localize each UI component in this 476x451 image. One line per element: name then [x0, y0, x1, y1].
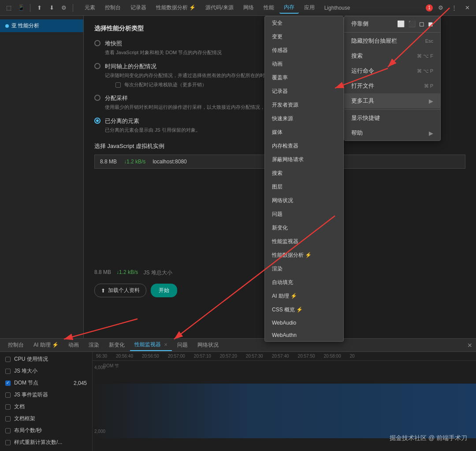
dock-icon-2[interactable]: ⬛ [408, 20, 416, 27]
time-1: 56:30 [96, 354, 107, 359]
help-label: 帮助 [351, 129, 363, 137]
radio-heap-snapshot[interactable] [94, 40, 100, 46]
perf-check-js-listeners[interactable] [5, 392, 11, 398]
sidebar-item-label: 亚 性能分析 [11, 22, 39, 30]
sidebar-item-profile[interactable]: 亚 性能分析 [0, 19, 83, 32]
option-heap-snapshot-text: 堆快照 查看 JavaScript 对象和相关 DOM 节点的内存分配情况 [105, 40, 222, 56]
tool-coverage[interactable]: 覆盖率 [265, 71, 343, 85]
tab-memory[interactable]: 内存 [279, 2, 299, 14]
perf-check-doc-frames[interactable] [5, 416, 11, 421]
tool-sensors[interactable]: 传感器 [265, 44, 343, 57]
nav-tabs: 元素 控制台 记录器 性能数据分析 ⚡ 源代码/来源 网络 性能 内存 应用 L… [80, 2, 354, 14]
tab-issues[interactable]: 问题 [173, 340, 192, 351]
tool-network-conditions[interactable]: 网络状况 [265, 194, 343, 207]
tool-recorder[interactable]: 记录器 [265, 85, 343, 98]
time-7: 20:57:30 [246, 354, 263, 359]
perf-check-style-recalc[interactable] [5, 440, 11, 445]
bottom-panel-close[interactable]: ✕ [467, 342, 472, 349]
tool-css-overview[interactable]: CSS 概览 ⚡ [265, 303, 343, 317]
perf-item-js-listeners: JS 事件监听器 [5, 391, 87, 399]
perf-item-style-recalc: 样式重新计算次数/... [5, 439, 87, 446]
perf-chart: 56:30 20:56:40 20:56:50 20:57:00 20:57:1… [93, 352, 476, 451]
tool-security[interactable]: 安全 [265, 16, 343, 30]
dropdown-shortcuts[interactable]: 显示快捷键 [344, 111, 440, 126]
tool-memory-inspector[interactable]: 内存检查器 [265, 139, 343, 153]
perf-check-js-heap[interactable] [5, 369, 11, 374]
tab-animation[interactable]: 动画 [64, 340, 83, 351]
tool-issues[interactable]: 问题 [265, 207, 343, 221]
tab-rendering[interactable]: 渲染 [84, 340, 104, 351]
tool-block-requests[interactable]: 屏蔽网络请求 [265, 153, 343, 166]
tab-console-bottom[interactable]: 控制台 [4, 340, 28, 351]
tool-dev-resources[interactable]: 开发者资源 [265, 98, 343, 112]
tab-console[interactable]: 控制台 [100, 2, 125, 13]
perf-label-js-listeners: JS 事件监听器 [14, 391, 48, 399]
settings-gear-icon[interactable]: ⚙ [435, 3, 446, 13]
tab-recorder[interactable]: 记录器 [126, 2, 151, 13]
tab-ai-helper[interactable]: AI 助理 ⚡ [29, 340, 63, 351]
tool-quick-source[interactable]: 快速来源 [265, 112, 343, 126]
tool-web-audio[interactable]: WebAudio [265, 317, 343, 329]
help-arrow: ▶ [429, 130, 433, 137]
tab-performance[interactable]: 性能 [259, 2, 279, 13]
tool-perf-monitor[interactable]: 性能监视器 [265, 235, 343, 248]
tool-new-changes[interactable]: 新变化 [265, 221, 343, 235]
tool-web-authn[interactable]: WebAuthn [265, 329, 343, 341]
dropdown-hide-drawer[interactable]: 隐藏控制台抽屉栏 Esc [344, 33, 440, 48]
dock-icon-1[interactable]: ⬜ [397, 20, 405, 27]
tool-perf-analysis[interactable]: 性能数据分析 ⚡ [265, 248, 343, 262]
download-icon[interactable]: ⬇ [46, 3, 57, 13]
dropdown-more-tools[interactable]: 更多工具 ▶ [344, 93, 440, 108]
tab-perf-monitor[interactable]: 性能监视器 ✕ [130, 339, 172, 351]
tab-network[interactable]: 网络 [239, 2, 258, 13]
perf-check-dom-nodes[interactable] [5, 381, 11, 386]
radio-timeline-alloc[interactable] [94, 63, 100, 69]
perf-monitor: CPU 使用情况 JS 堆大小 DOM 节点 2,045 JS 事件监听器 文档 [0, 352, 476, 451]
inspect-icon[interactable]: ⬚ [4, 3, 14, 13]
hide-drawer-label: 隐藏控制台抽屉栏 [351, 37, 397, 45]
tool-animations[interactable]: 动画 [265, 57, 343, 71]
upload-profile-button[interactable]: ⬆ 加载个人资料 [94, 284, 146, 297]
settings-icon[interactable]: ⚙ [59, 3, 69, 13]
device-icon[interactable]: 📱 [16, 3, 26, 13]
bottom-panel: 控制台 AI 助理 ⚡ 动画 渲染 新变化 性能监视器 ✕ 问题 网络状况 ✕ … [0, 338, 476, 451]
bottom-tabs: 控制台 AI 助理 ⚡ 动画 渲染 新变化 性能监视器 ✕ 问题 网络状况 ✕ [0, 339, 476, 352]
chart-bar [93, 384, 476, 438]
radio-alloc-sampling[interactable] [94, 95, 100, 101]
tool-ai-helper[interactable]: AI 助理 ⚡ [265, 289, 343, 303]
sidebar: 亚 性能分析 [0, 16, 84, 338]
perf-check-cpu[interactable] [5, 357, 11, 362]
dropdown-open-file[interactable]: 打开文件 ⌘ P [344, 78, 440, 93]
dock-icon-4[interactable]: ◼ [428, 20, 433, 27]
perf-check-documents[interactable] [5, 404, 11, 410]
perf-check-layouts[interactable] [5, 428, 11, 433]
tool-layers[interactable]: 图层 [265, 180, 343, 194]
vm-speed: ↓1.2 kB/s [124, 159, 145, 165]
tab-lighthouse[interactable]: Lighthouse [320, 3, 355, 13]
tab-network-conditions[interactable]: 网络状况 [193, 340, 223, 351]
tab-elements[interactable]: 元素 [80, 2, 100, 13]
timeline-checkbox-box[interactable] [115, 82, 121, 88]
close-devtools-icon[interactable]: ✕ [462, 3, 472, 13]
tab-perf-analysis[interactable]: 性能数据分析 ⚡ [152, 2, 200, 13]
dropdown-run-command[interactable]: 运行命令 ⌘ ⌥ P [344, 63, 440, 78]
tool-media[interactable]: 媒体 [265, 126, 343, 139]
dock-icon-3[interactable]: ◻ [419, 20, 424, 27]
dom-chart-label: DOM 节 [103, 363, 119, 369]
tool-search[interactable]: 搜索 [265, 166, 343, 180]
dropdown-help[interactable]: 帮助 ▶ [344, 126, 440, 140]
upload-icon[interactable]: ⬆ [34, 3, 45, 13]
tool-autofill[interactable]: 自动填充 [265, 276, 343, 289]
tab-application[interactable]: 应用 [300, 2, 319, 13]
start-button[interactable]: 开始 [151, 284, 177, 297]
tab-changes[interactable]: 新变化 [104, 340, 129, 351]
tab-perf-monitor-close[interactable]: ✕ [164, 342, 167, 347]
dropdown-dock-icons[interactable]: 停靠侧 ⬜ ⬛ ◻ ◼ [344, 16, 440, 31]
dropdown-search[interactable]: 搜索 ⌘ ⌥ F [344, 48, 440, 63]
tool-rendering[interactable]: 渲染 [265, 262, 343, 276]
sep-2 [344, 109, 440, 110]
more-menu-icon[interactable]: ⋮ [449, 3, 459, 13]
radio-detached-elements[interactable] [94, 118, 100, 124]
tab-sources[interactable]: 源代码/来源 [201, 2, 238, 13]
tool-changes[interactable]: 变更 [265, 30, 343, 44]
